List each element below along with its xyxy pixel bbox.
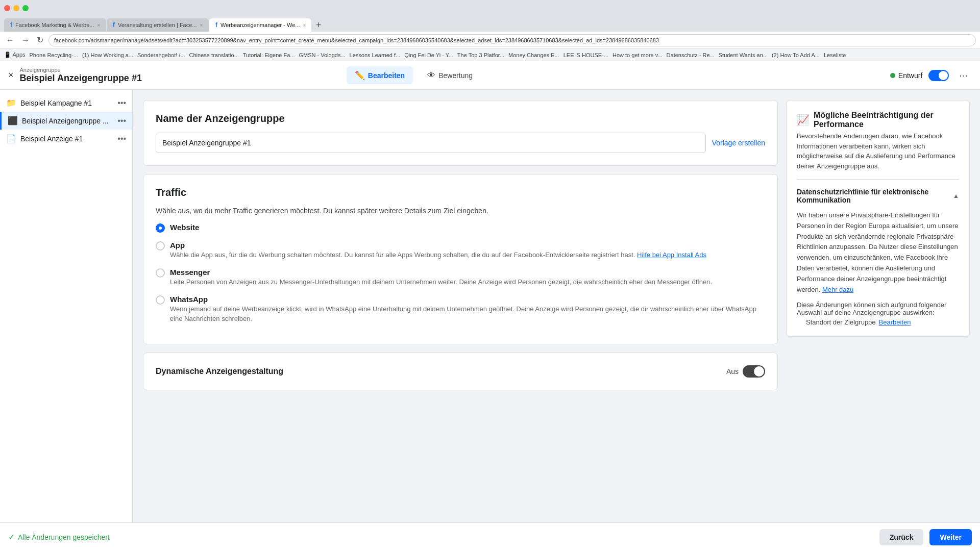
folder-icon: 📁 (6, 98, 16, 108)
dynamic-toggle-group: Aus (726, 365, 765, 378)
bookmark-3[interactable]: Sonderangebot! /... (137, 52, 185, 58)
privacy-change-item-0: Standort der Zielgruppe Bearbeiten (806, 318, 959, 326)
more-options-btn[interactable]: ··· (955, 67, 972, 83)
radio-whatsapp-btn[interactable] (156, 295, 165, 305)
forward-nav-btn[interactable]: → (19, 35, 32, 46)
radio-messenger-btn[interactable] (156, 268, 165, 278)
main-content: Name der Anzeigengruppe Vorlage erstelle… (133, 90, 980, 522)
sidebar-item-campaign-label: Beispiel Kampagne #1 (20, 99, 113, 107)
top-header: × Anzeigengruppe Beispiel Anzeigengruppe… (0, 61, 980, 90)
tab-3[interactable]: f Werbeanzeigenmanager - We... × (209, 18, 311, 32)
entwurf-toggle[interactable] (928, 70, 949, 81)
app-container: × Anzeigengruppe Beispiel Anzeigengruppe… (0, 61, 980, 551)
reload-btn[interactable]: ↻ (35, 34, 45, 46)
radio-website-label: Website (170, 223, 199, 232)
saved-status: ✓ Alle Änderungen gespeichert (8, 532, 110, 542)
bookmark-7[interactable]: Lessons Learned f... (350, 52, 401, 58)
dynamic-toggle-switch[interactable] (743, 365, 765, 378)
status-label: Entwurf (898, 71, 922, 80)
mehr-dazu-link[interactable]: Mehr dazu (822, 286, 853, 293)
adset-name-input[interactable] (156, 133, 706, 153)
adset-name-input-row: Vorlage erstellen (156, 133, 765, 153)
sidebar-item-ad[interactable]: 📄 Beispiel Anzeige #1 ••• (0, 130, 132, 147)
next-btn[interactable]: Weiter (929, 529, 972, 545)
radio-whatsapp-label: WhatsApp (170, 295, 765, 304)
privacy-change-item-0-link[interactable]: Bearbeiten (879, 318, 911, 326)
content-area: 📁 Beispiel Kampagne #1 ••• ⬛ Beispiel An… (0, 90, 980, 522)
tab-1-favicon: f (10, 21, 12, 29)
address-input[interactable] (48, 34, 976, 46)
back-btn[interactable]: Zurück (879, 529, 924, 545)
right-panel-desc: Bevorstehende Änderungen daran, wie Face… (797, 131, 959, 171)
bookmark-1[interactable]: Phone Recycling-... (30, 52, 78, 58)
bookmark-5[interactable]: Tutorial: Eigene Fa... (243, 52, 295, 58)
sidebar-item-adset-label: Beispiel Anzeigengruppe ... (22, 117, 113, 125)
radio-app-label: App (170, 241, 706, 249)
name-section-card: Name der Anzeigengruppe Vorlage erstelle… (143, 100, 778, 166)
sidebar-item-adset[interactable]: ⬛ Beispiel Anzeigengruppe ... ••• (0, 112, 132, 130)
status-indicator: Entwurf (890, 71, 922, 80)
dynamic-label: Dynamische Anzeigengestaltung (156, 367, 283, 376)
adset-name-label: Name der Anzeigengruppe (156, 113, 765, 124)
bookmark-10[interactable]: Money Changes E... (508, 52, 559, 58)
new-tab-btn[interactable]: + (312, 19, 326, 32)
radio-app-btn[interactable] (156, 241, 165, 251)
privacy-changes-list: Standort der Zielgruppe Bearbeiten (797, 318, 959, 326)
radio-messenger-label: Messenger (170, 268, 712, 277)
bookmark-14[interactable]: Student Wants an... (719, 52, 768, 58)
bookmark-2[interactable]: (1) How Working a... (82, 52, 133, 58)
create-template-link[interactable]: Vorlage erstellen (712, 139, 765, 147)
tab-3-close[interactable]: × (303, 22, 306, 28)
bookmark-4[interactable]: Chinese translatio... (189, 52, 239, 58)
traffic-section-card: Traffic Wähle aus, wo du mehr Traffic ge… (143, 174, 778, 344)
review-btn[interactable]: 👁 Bewertung (419, 67, 481, 84)
tab-2-close[interactable]: × (200, 22, 203, 28)
tab-2-label: Veranstaltung erstellen | Face... (118, 22, 197, 28)
bookmark-12[interactable]: How to get more v... (612, 52, 663, 58)
check-icon: ✓ (8, 532, 15, 542)
privacy-header[interactable]: Datenschutzrichtlinie für elektronische … (797, 188, 959, 204)
dynamic-toggle-label: Aus (726, 367, 739, 375)
privacy-section: Datenschutzrichtlinie für elektronische … (797, 179, 959, 326)
bookmark-6[interactable]: GMSN - Vologds... (299, 52, 345, 58)
window-max-btn[interactable] (22, 5, 29, 11)
bookmark-8[interactable]: Qing Fei De Yi - Y... (404, 52, 453, 58)
radio-messenger[interactable]: Messenger Leite Personen von Anzeigen au… (156, 268, 765, 287)
privacy-title: Datenschutzrichtlinie für elektronische … (797, 188, 953, 204)
bookmark-apps[interactable]: 📱 Apps (4, 52, 26, 58)
sidebar-item-campaign[interactable]: 📁 Beispiel Kampagne #1 ••• (0, 94, 132, 112)
radio-website[interactable]: Website (156, 223, 765, 233)
app-install-ads-link[interactable]: Hilfe bei App Install Ads (637, 251, 706, 259)
window-close-btn[interactable] (4, 5, 10, 11)
header-right-actions: Entwurf ··· (890, 67, 972, 83)
header-title-block: Anzeigengruppe Beispiel Anzeigengruppe #… (20, 67, 142, 84)
close-panel-btn[interactable]: × (8, 70, 14, 81)
radio-website-btn[interactable] (156, 223, 165, 233)
tab-3-favicon: f (215, 21, 217, 29)
tab-1[interactable]: f Facebook Marketing & Werbe... × (4, 18, 106, 32)
tab-1-close[interactable]: × (97, 22, 100, 28)
bookmark-11[interactable]: LEE 'S HOUSE-... (564, 52, 608, 58)
traffic-desc: Wähle aus, wo du mehr Traffic generieren… (156, 207, 765, 215)
tab-2[interactable]: f Veranstaltung erstellen | Face... × (107, 18, 209, 32)
bookmark-13[interactable]: Datenschutz - Re... (667, 52, 715, 58)
tab-2-favicon: f (113, 21, 115, 29)
sidebar-item-campaign-menu[interactable]: ••• (117, 98, 126, 108)
edit-btn[interactable]: ✏️ Bearbeiten (347, 66, 413, 84)
bookmark-9[interactable]: The Top 3 Platfor... (457, 52, 504, 58)
dynamic-toggle-knob (754, 366, 764, 377)
sidebar-item-adset-menu[interactable]: ••• (117, 116, 126, 126)
window-min-btn[interactable] (13, 5, 19, 11)
dynamic-section-card: Dynamische Anzeigengestaltung Aus (143, 353, 778, 390)
window-controls (4, 5, 29, 11)
address-bar-row: ← → ↻ (0, 32, 980, 49)
sidebar-item-ad-menu[interactable]: ••• (117, 134, 126, 143)
privacy-changes: Diese Änderungen können sich aufgrund fo… (797, 301, 959, 326)
radio-whatsapp[interactable]: WhatsApp Wenn jemand auf deine Werbeanze… (156, 295, 765, 323)
back-nav-btn[interactable]: ← (4, 35, 16, 46)
bookmark-15[interactable]: (2) How To Add A... (772, 52, 820, 58)
bookmark-leseliste[interactable]: Leseliste (824, 52, 846, 58)
radio-app-desc: Wähle die App aus, für die du Werbung sc… (170, 251, 706, 260)
bookmarks-bar: 📱 Apps Phone Recycling-... (1) How Worki… (0, 49, 980, 61)
radio-app[interactable]: App Wähle die App aus, für die du Werbun… (156, 241, 765, 260)
